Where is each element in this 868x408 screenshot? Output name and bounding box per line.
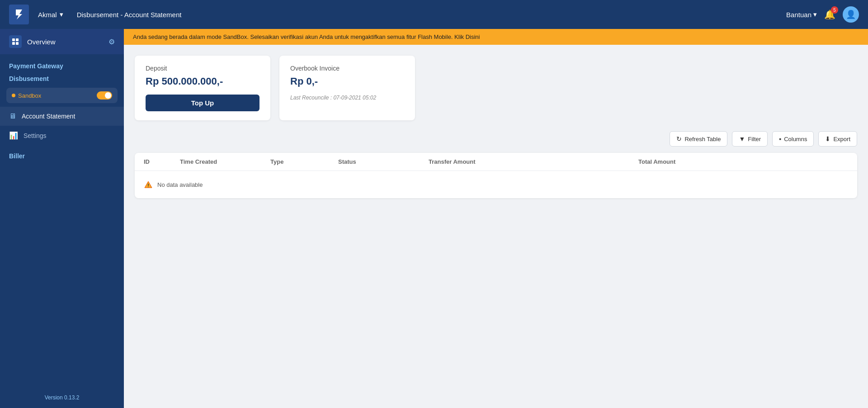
header-left: Akmal ▾ Disbursement - Account Statement bbox=[9, 5, 181, 24]
bantuan-menu[interactable]: Bantuan ▾ bbox=[786, 10, 817, 19]
settings-icon: 📊 bbox=[9, 131, 18, 140]
table-toolbar: ↻ Refresh Table ▼ Filter ▪ Columns ⬇ Exp… bbox=[135, 131, 857, 153]
sandbox-banner: Anda sedang berada dalam mode SandBox. S… bbox=[124, 29, 868, 45]
svg-rect-3 bbox=[12, 42, 15, 45]
columns-icon: ▪ bbox=[779, 135, 781, 142]
avatar[interactable]: 👤 bbox=[843, 6, 859, 23]
filter-button[interactable]: ▼ Filter bbox=[732, 131, 768, 147]
user-chevron-icon: ▾ bbox=[60, 10, 63, 19]
sidebar-item-account-statement[interactable]: 🖥 Account Statement bbox=[0, 107, 124, 126]
avatar-icon: 👤 bbox=[846, 9, 856, 19]
col-id: ID bbox=[144, 158, 180, 165]
overbook-card: Overbook Invoice Rp 0,- Last Recouncile … bbox=[279, 56, 415, 120]
logo bbox=[9, 5, 29, 24]
filter-icon: ▼ bbox=[739, 135, 745, 142]
col-transfer-amount: Transfer Amount bbox=[429, 158, 638, 165]
overbook-amount: Rp 0,- bbox=[290, 76, 404, 87]
sandbox-toggle-switch[interactable] bbox=[97, 91, 112, 100]
svg-rect-2 bbox=[16, 38, 19, 41]
svg-rect-4 bbox=[16, 42, 19, 45]
page-content: Deposit Rp 500.000.000,- Top Up Overbook… bbox=[124, 45, 868, 209]
settings-gear-icon[interactable]: ⚙ bbox=[108, 38, 115, 46]
sidebar-item-settings[interactable]: 📊 Settings bbox=[0, 126, 124, 145]
content-area: Anda sedang berada dalam mode SandBox. S… bbox=[124, 29, 868, 408]
sandbox-toggle[interactable]: Sandbox bbox=[6, 88, 118, 103]
svg-rect-1 bbox=[12, 38, 15, 41]
overview-icon bbox=[9, 35, 22, 48]
overview-label: Overview bbox=[27, 38, 56, 46]
username-label: Akmal bbox=[38, 11, 57, 19]
table-section: ID Time Created Type Status Transfer Amo… bbox=[135, 153, 857, 198]
table-header: ID Time Created Type Status Transfer Amo… bbox=[135, 153, 857, 171]
sandbox-dot-icon bbox=[12, 94, 15, 97]
breadcrumb: Disbursement - Account Statement bbox=[77, 11, 182, 19]
columns-button[interactable]: ▪ Columns bbox=[772, 131, 814, 147]
topup-button[interactable]: Top Up bbox=[146, 95, 259, 111]
deposit-amount: Rp 500.000.000,- bbox=[146, 76, 259, 87]
svg-point-7 bbox=[148, 186, 149, 187]
header: Akmal ▾ Disbursement - Account Statement… bbox=[0, 0, 868, 29]
notification-button[interactable]: 🔔 5 bbox=[824, 9, 835, 20]
svg-marker-0 bbox=[16, 9, 22, 19]
export-button[interactable]: ⬇ Export bbox=[818, 131, 857, 147]
warning-icon bbox=[144, 180, 153, 189]
bantuan-label: Bantuan bbox=[786, 11, 811, 19]
sidebar-overview-left: Overview bbox=[9, 35, 56, 48]
user-menu[interactable]: Akmal ▾ bbox=[38, 10, 63, 19]
toggle-knob bbox=[105, 92, 111, 99]
cards-row: Deposit Rp 500.000.000,- Top Up Overbook… bbox=[135, 56, 857, 120]
sandbox-label: Sandbox bbox=[12, 92, 41, 99]
no-data-text: No data available bbox=[157, 181, 203, 188]
svg-rect-6 bbox=[148, 184, 148, 186]
sidebar: Overview ⚙ Payment Gateway Disbusement S… bbox=[0, 29, 124, 408]
no-data-row: No data available bbox=[135, 171, 857, 198]
sidebar-version: Version 0.13.2 bbox=[0, 387, 124, 408]
sidebar-item-overview[interactable]: Overview ⚙ bbox=[0, 29, 124, 54]
sandbox-banner-text: Anda sedang berada dalam mode SandBox. S… bbox=[133, 33, 480, 40]
account-statement-icon: 🖥 bbox=[9, 112, 16, 120]
header-right: Bantuan ▾ 🔔 5 👤 bbox=[786, 6, 859, 23]
col-total-amount: Total Amount bbox=[638, 158, 848, 165]
col-time-created: Time Created bbox=[180, 158, 270, 165]
export-icon: ⬇ bbox=[825, 135, 830, 142]
col-type: Type bbox=[270, 158, 338, 165]
last-reconcile-text: Last Recouncile : 07-09-2021 05:02 bbox=[290, 95, 404, 101]
deposit-title: Deposit bbox=[146, 65, 259, 72]
sidebar-section-payment-gateway[interactable]: Payment Gateway bbox=[0, 54, 124, 73]
col-status: Status bbox=[338, 158, 429, 165]
deposit-card: Deposit Rp 500.000.000,- Top Up bbox=[135, 56, 270, 120]
refresh-icon: ↻ bbox=[676, 135, 682, 142]
bantuan-chevron-icon: ▾ bbox=[813, 10, 817, 19]
refresh-table-button[interactable]: ↻ Refresh Table bbox=[670, 131, 727, 147]
main-layout: Overview ⚙ Payment Gateway Disbusement S… bbox=[0, 29, 868, 408]
sidebar-section-biller[interactable]: Biller bbox=[0, 145, 124, 163]
overbook-title: Overbook Invoice bbox=[290, 65, 404, 72]
notification-badge: 5 bbox=[831, 6, 838, 14]
sidebar-section-disbursement[interactable]: Disbusement bbox=[0, 73, 124, 86]
